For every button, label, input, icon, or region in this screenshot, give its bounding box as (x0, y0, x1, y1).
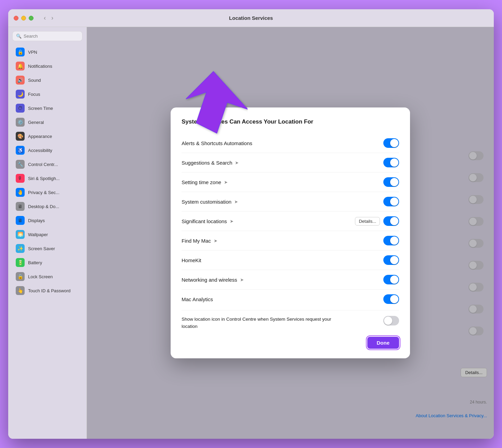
maximize-button[interactable] (29, 16, 34, 21)
sidebar-item-battery[interactable]: 🔋Battery (10, 256, 84, 269)
content-area: 🔍 🔒VPN🔔Notifications🔊Sound🌙Focus⏱Screen … (8, 27, 494, 439)
row-label-homekit: HomeKit (182, 257, 201, 263)
row-label-text-find-my-mac: Find My Mac (182, 238, 211, 244)
sidebar-item-lock-screen[interactable]: 🔒Lock Screen (10, 270, 84, 283)
sidebar-item-desktop-dock[interactable]: 🖥Desktop & Do... (10, 200, 84, 213)
show-location-icon-toggle[interactable] (383, 316, 399, 325)
row-label-setting-time-zone: Setting time zone➤ (182, 179, 228, 185)
sidebar-item-privacy-security[interactable]: 🤚Privacy & Sec... (10, 185, 84, 199)
sidebar-icon-battery: 🔋 (16, 258, 25, 267)
row-right-setting-time-zone (383, 177, 399, 187)
modal-row-significant-locations: Significant locations➤Details... (182, 212, 399, 231)
modal-row-setting-time-zone: Setting time zone➤ (182, 172, 399, 192)
sidebar-item-displays[interactable]: 🖥Displays (10, 214, 84, 227)
details-button-significant-locations[interactable]: Details... (355, 217, 380, 226)
modal-row-alerts-shortcuts: Alerts & Shortcuts Automations (182, 133, 399, 153)
sidebar-item-appearance[interactable]: 🎨Appearance (10, 129, 84, 143)
row-label-networking-wireless: Networking and wireless➤ (182, 277, 244, 283)
modal-row-find-my-mac: Find My Mac➤ (182, 231, 399, 251)
toggle-system-customisation[interactable] (383, 197, 399, 206)
close-button[interactable] (14, 16, 18, 21)
sidebar-item-siri-spotlight[interactable]: 🎙Siri & Spotligh... (10, 171, 84, 185)
sidebar-item-notifications[interactable]: 🔔Notifications (10, 59, 84, 73)
row-nav-icon-significant-locations: ➤ (230, 219, 234, 224)
search-box[interactable]: 🔍 (12, 31, 82, 41)
toggle-homekit[interactable] (383, 255, 399, 265)
sidebar-label-lock-screen: Lock Screen (28, 274, 53, 279)
row-right-find-my-mac (383, 236, 399, 245)
sidebar-label-displays: Displays (28, 218, 45, 223)
sidebar-icon-focus: 🌙 (16, 90, 25, 99)
sidebar-label-appearance: Appearance (28, 134, 52, 139)
sidebar-label-sound: Sound (28, 78, 41, 83)
row-label-text-homekit: HomeKit (182, 257, 201, 263)
toggle-significant-locations[interactable] (383, 216, 399, 226)
sidebar-item-sound[interactable]: 🔊Sound (10, 73, 84, 87)
sidebar-item-wallpaper[interactable]: 🌅Wallpaper (10, 228, 84, 241)
sidebar-icon-displays: 🖥 (16, 216, 25, 225)
sidebar-icon-screen-time: ⏱ (16, 104, 25, 113)
main-window: ‹ › Location Services 🔍 🔒VPN🔔Notificatio… (8, 9, 494, 439)
traffic-lights (14, 16, 34, 21)
toggle-networking-wireless[interactable] (383, 275, 399, 284)
search-icon: 🔍 (16, 34, 22, 39)
sidebar-icon-screen-saver: ✨ (16, 244, 25, 253)
sidebar-item-focus[interactable]: 🌙Focus (10, 87, 84, 101)
sidebar-icon-accessibility: ♿ (16, 146, 25, 155)
modal-row-mac-analytics: Mac Analytics (182, 290, 399, 309)
sidebar-label-desktop-dock: Desktop & Do... (28, 204, 59, 209)
back-button[interactable]: ‹ (42, 13, 48, 23)
search-input[interactable] (24, 34, 79, 39)
sidebar-item-accessibility[interactable]: ♿Accessibility (10, 143, 84, 157)
done-button[interactable]: Done (367, 337, 399, 349)
modal-bottom-row: Show location icon in Control Centre whe… (182, 310, 399, 330)
row-nav-icon-system-customisation: ➤ (234, 199, 238, 204)
row-label-text-mac-analytics: Mac Analytics (182, 296, 213, 302)
sidebar-label-battery: Battery (28, 260, 42, 265)
row-label-system-customisation: System customisation➤ (182, 199, 238, 205)
sidebar-icon-touch-id: 👆 (16, 286, 25, 295)
sidebar-label-privacy-security: Privacy & Sec... (28, 190, 60, 195)
sidebar-item-screen-saver[interactable]: ✨Screen Saver (10, 242, 84, 255)
sidebar-icon-general: ⚙️ (16, 118, 25, 127)
row-label-suggestions-search: Suggestions & Search➤ (182, 160, 239, 166)
sidebar-label-notifications: Notifications (28, 64, 52, 69)
modal-row-homekit: HomeKit (182, 251, 399, 270)
toggle-suggestions-search[interactable] (383, 158, 399, 167)
sidebar-item-control-centre[interactable]: 🔧Control Centr... (10, 157, 84, 171)
row-nav-icon-setting-time-zone: ➤ (224, 180, 228, 185)
row-right-homekit (383, 255, 399, 265)
row-label-alerts-shortcuts: Alerts & Shortcuts Automations (182, 140, 252, 146)
sidebar-label-touch-id: Touch ID & Password (28, 288, 70, 293)
row-label-text-networking-wireless: Networking and wireless (182, 277, 237, 283)
modal-bottom-label: Show location icon in Control Centre whe… (182, 316, 346, 330)
row-label-text-suggestions-search: Suggestions & Search (182, 160, 232, 166)
toggle-mac-analytics[interactable] (383, 294, 399, 304)
modal-row-networking-wireless: Networking and wireless➤ (182, 270, 399, 290)
row-label-text-significant-locations: Significant locations (182, 218, 227, 224)
sidebar-item-vpn[interactable]: 🔒VPN (10, 45, 84, 59)
sidebar-label-vpn: VPN (28, 50, 37, 55)
sidebar-icon-notifications: 🔔 (16, 62, 25, 71)
row-nav-icon-suggestions-search: ➤ (235, 160, 239, 165)
toggle-alerts-shortcuts[interactable] (383, 138, 399, 148)
sidebar-label-control-centre: Control Centr... (28, 162, 58, 167)
row-label-text-system-customisation: System customisation (182, 199, 232, 205)
sidebar-label-general: General (28, 120, 44, 125)
sidebar-icon-vpn: 🔒 (16, 48, 25, 56)
title-bar: ‹ › Location Services (8, 9, 494, 27)
sidebar-icon-wallpaper: 🌅 (16, 230, 25, 239)
toggle-find-my-mac[interactable] (383, 236, 399, 245)
sidebar-icon-siri-spotlight: 🎙 (16, 174, 25, 183)
sidebar-item-general[interactable]: ⚙️General (10, 115, 84, 129)
row-label-significant-locations: Significant locations➤ (182, 218, 234, 224)
sidebar-item-touch-id[interactable]: 👆Touch ID & Password (10, 284, 84, 297)
toggle-setting-time-zone[interactable] (383, 177, 399, 187)
row-right-system-customisation (383, 197, 399, 206)
forward-button[interactable]: › (49, 13, 55, 23)
sidebar-item-screen-time[interactable]: ⏱Screen Time (10, 101, 84, 115)
row-label-mac-analytics: Mac Analytics (182, 296, 213, 302)
row-nav-icon-find-my-mac: ➤ (214, 238, 217, 243)
sidebar-label-screen-time: Screen Time (28, 106, 53, 111)
minimize-button[interactable] (21, 16, 26, 21)
